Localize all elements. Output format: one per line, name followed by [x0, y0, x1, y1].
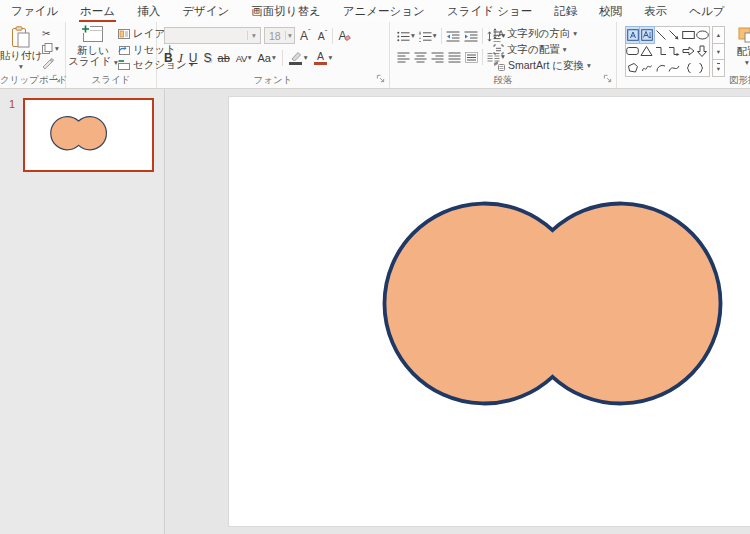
- align-left-button[interactable]: [397, 52, 410, 63]
- tab-slideshow[interactable]: スライド ショー: [436, 0, 543, 22]
- paragraph-row-1: ▾ ▾ ▾: [397, 28, 505, 44]
- powerpoint-window: { "app": { "accent": "#C13B1A" }, "menu"…: [0, 0, 750, 534]
- shape-oval[interactable]: [695, 27, 709, 43]
- bullets-button[interactable]: ▾: [397, 31, 415, 42]
- paste-button[interactable]: 貼り付け ▾: [3, 26, 39, 71]
- shape-right-arrow[interactable]: [681, 43, 695, 59]
- group-paragraph: ▾ ▾ ▾: [390, 22, 617, 88]
- shape-down-arrow[interactable]: [695, 43, 709, 59]
- arrange-icon: [737, 26, 750, 45]
- grow-caret-icon: ˆ: [308, 27, 311, 36]
- gallery-more-icon: ▾: [717, 63, 720, 73]
- new-slide-button[interactable]: 新しい スライド ▾: [70, 25, 116, 67]
- change-case-button[interactable]: Aa▾: [258, 52, 276, 64]
- new-slide-label-2: スライド ▾: [68, 56, 118, 67]
- shape-gallery-scrollbar: ▴ ▾ ▾: [712, 26, 725, 77]
- shape-line[interactable]: [654, 27, 668, 43]
- slide-number: 1: [9, 98, 15, 110]
- text-direction-button[interactable]: 文字列の方向 ▾: [493, 27, 591, 40]
- section-icon: [118, 60, 130, 70]
- tab-review[interactable]: 校閲: [588, 0, 633, 22]
- grow-font-button[interactable]: Aˆ: [298, 29, 313, 43]
- character-spacing-button[interactable]: AV▾: [236, 53, 252, 64]
- tab-home[interactable]: ホーム: [69, 0, 126, 22]
- increase-indent-button[interactable]: [464, 31, 478, 42]
- paragraph-row-2: ▾: [397, 49, 505, 65]
- cut-icon: ✂: [42, 29, 50, 39]
- tab-insert[interactable]: 挿入: [126, 0, 171, 22]
- shape-textbox-vertical[interactable]: [640, 27, 654, 43]
- tab-design[interactable]: デザイン: [171, 0, 240, 22]
- gallery-scroll-down-button[interactable]: ▾: [712, 44, 725, 61]
- font-name-combobox[interactable]: ▾: [164, 27, 261, 44]
- paste-dropdown-icon[interactable]: ▾: [19, 63, 23, 71]
- smartart-icon: [493, 60, 505, 71]
- divider: [482, 28, 483, 44]
- shape-rounded-rectangle[interactable]: [626, 43, 640, 59]
- tab-record[interactable]: 記録: [543, 0, 588, 22]
- highlight-dropdown-icon: ▾: [304, 54, 308, 62]
- tab-view[interactable]: 表示: [633, 0, 678, 22]
- font-size-dropdown-icon[interactable]: ▾: [285, 31, 294, 40]
- font-row-1: ▾ 18 ▾ Aˆ Aˇ A: [164, 27, 352, 44]
- new-slide-icon: [81, 25, 105, 45]
- layout-icon: [118, 29, 130, 39]
- decrease-indent-button[interactable]: [446, 31, 460, 42]
- font-size-combobox[interactable]: 18 ▾: [264, 27, 295, 44]
- format-painter-button[interactable]: [42, 58, 54, 69]
- eraser-icon: [345, 34, 351, 40]
- shape-gallery: [625, 26, 710, 77]
- tab-animations[interactable]: アニメーション: [332, 0, 436, 22]
- group-font: ▾ 18 ▾ Aˆ Aˇ A B I U S ab AV▾ Aa▾: [157, 22, 390, 88]
- text-shadow-button[interactable]: S: [204, 51, 212, 65]
- slide-canvas[interactable]: [228, 96, 750, 527]
- shape-elbow-arrow-connector[interactable]: [667, 43, 681, 59]
- gallery-scroll-up-button[interactable]: ▴: [712, 26, 725, 44]
- shape-textbox-horizontal[interactable]: [626, 27, 640, 43]
- cut-button[interactable]: ✂: [42, 28, 50, 39]
- copy-dropdown-icon[interactable]: ▾: [55, 45, 59, 53]
- align-center-button[interactable]: [414, 52, 427, 63]
- align-text-dropdown-icon: ▾: [563, 46, 567, 54]
- case-dropdown-icon: ▾: [272, 54, 276, 62]
- text-direction-label: 文字列の方向: [507, 27, 570, 41]
- tab-file[interactable]: ファイル: [0, 0, 69, 22]
- copy-button[interactable]: ▾: [42, 43, 59, 54]
- numbering-button[interactable]: ▾: [419, 31, 437, 42]
- shape-arrow[interactable]: [667, 27, 681, 43]
- align-text-button[interactable]: 文字の配置 ▾: [493, 43, 591, 56]
- divider: [482, 49, 483, 65]
- paragraph-dialog-launcher-icon[interactable]: [603, 74, 613, 84]
- arrange-button[interactable]: 配置 ▾: [729, 26, 750, 67]
- merged-circles-shape[interactable]: [229, 97, 750, 528]
- bold-button[interactable]: B: [164, 51, 173, 65]
- paragraph-right-column: 文字列の方向 ▾ 文字の配置 ▾ SmartArt に変換 ▾: [493, 27, 591, 72]
- underline-button[interactable]: U: [189, 51, 198, 65]
- clipboard-dialog-launcher-icon[interactable]: [52, 74, 62, 84]
- convert-smartart-dropdown-icon: ▾: [587, 62, 591, 70]
- italic-button[interactable]: I: [179, 51, 183, 66]
- strikethrough-button[interactable]: ab: [218, 52, 230, 64]
- font-color-icon: A: [314, 51, 328, 65]
- scroll-down-icon: ▾: [717, 48, 720, 56]
- highlight-color-button[interactable]: ▾: [289, 51, 308, 65]
- shape-rectangle[interactable]: [681, 27, 695, 43]
- font-color-button[interactable]: A ▾: [314, 51, 333, 65]
- distribute-button[interactable]: [465, 52, 478, 63]
- font-row-2: B I U S ab AV▾ Aa▾ ▾ A ▾: [164, 49, 332, 67]
- paste-label: 貼り付け: [0, 49, 42, 63]
- font-dialog-launcher-icon[interactable]: [376, 74, 386, 84]
- convert-smartart-button[interactable]: SmartArt に変換 ▾: [493, 59, 591, 72]
- shape-triangle[interactable]: [640, 43, 654, 59]
- shrink-font-button[interactable]: Aˇ: [316, 30, 330, 42]
- justify-button[interactable]: [448, 52, 461, 63]
- align-right-button[interactable]: [431, 52, 444, 63]
- font-name-dropdown-icon[interactable]: ▾: [247, 31, 260, 40]
- clear-formatting-button[interactable]: A: [336, 29, 352, 43]
- slide-thumbnail-1[interactable]: [23, 98, 154, 172]
- tab-transitions[interactable]: 画面切り替え: [240, 0, 332, 22]
- drawing-group-label: 図形描画: [617, 74, 750, 87]
- bullets-dropdown-icon: ▾: [411, 32, 415, 40]
- shape-elbow-connector[interactable]: [654, 43, 668, 59]
- tab-help[interactable]: ヘルプ: [678, 0, 735, 22]
